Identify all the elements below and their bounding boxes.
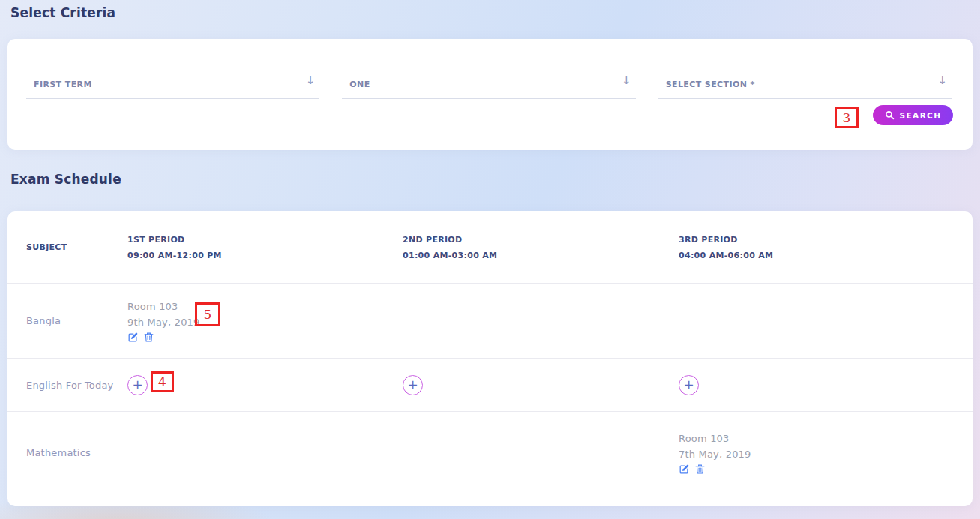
exam-entry-cell: Room 103 7th May, 2019 (679, 430, 954, 475)
criteria-fields-row: FIRST TERM ↓ ONE ↓ SELECT SECTION * ↓ (26, 76, 952, 99)
subject-name: Bangla (26, 315, 127, 326)
period-time: 09:00 AM-12:00 PM (127, 248, 403, 263)
term-select[interactable]: FIRST TERM ↓ (26, 76, 319, 99)
period-time: 01:00 AM-03:00 AM (403, 248, 679, 263)
annotation-number: 3 (843, 110, 851, 125)
annotation-box-5: 5 (195, 302, 220, 326)
dropdown-arrow-icon: ↓ (306, 74, 316, 87)
col-header-1st-period: 1ST PERIOD 09:00 AM-12:00 PM (127, 232, 403, 263)
exam-room: Room 103 (679, 430, 954, 446)
table-row-mathematics: Mathematics Room 103 7th May, 2019 (7, 411, 973, 494)
subject-name: Mathematics (26, 447, 127, 458)
exam-schedule-page: Select Criteria FIRST TERM ↓ ONE ↓ SELEC… (0, 0, 980, 519)
annotation-box-3: 3 (835, 106, 859, 128)
dropdown-arrow-icon: ↓ (622, 74, 631, 87)
add-exam-button-period3[interactable]: + (679, 375, 699, 395)
col-header-subject: SUBJECT (26, 239, 127, 255)
dropdown-arrow-icon: ↓ (937, 74, 947, 87)
exam-date: 7th May, 2019 (679, 446, 954, 462)
add-exam-button-period1[interactable]: + (127, 375, 148, 395)
entry-actions (127, 332, 403, 343)
exam-schedule-card: SUBJECT 1ST PERIOD 09:00 AM-12:00 PM 2ND… (7, 212, 973, 506)
class-select[interactable]: ONE ↓ (342, 76, 635, 99)
period-time: 04:00 AM-06:00 AM (679, 248, 954, 263)
search-button-label: SEARCH (900, 111, 942, 120)
exam-schedule-title: Exam Schedule (10, 172, 121, 187)
period-label: 1ST PERIOD (127, 232, 403, 248)
annotation-number: 5 (204, 307, 212, 322)
class-select-value: ONE (349, 80, 370, 89)
exam-date: 9th May, 2019 (127, 314, 403, 330)
select-criteria-card: FIRST TERM ↓ ONE ↓ SELECT SECTION * ↓ SE… (7, 39, 973, 150)
add-cell: + (679, 375, 954, 395)
exam-entry-cell: Room 103 9th May, 2019 (127, 298, 403, 343)
term-select-value: FIRST TERM (34, 80, 92, 89)
subject-name: English For Today (26, 380, 127, 391)
select-criteria-title: Select Criteria (10, 5, 115, 20)
annotation-number: 4 (158, 374, 166, 389)
entry-actions (679, 464, 954, 475)
col-header-2nd-period: 2ND PERIOD 01:00 AM-03:00 AM (403, 232, 679, 263)
edit-icon[interactable] (679, 464, 690, 475)
period-label: 2ND PERIOD (403, 232, 679, 248)
table-row-bangla: Bangla Room 103 9th May, 2019 (7, 283, 973, 358)
delete-icon[interactable] (144, 332, 154, 343)
exam-room: Room 103 (127, 298, 403, 314)
search-button[interactable]: SEARCH (873, 105, 953, 125)
schedule-header-row: SUBJECT 1ST PERIOD 09:00 AM-12:00 PM 2ND… (7, 212, 973, 283)
col-header-3rd-period: 3RD PERIOD 04:00 AM-06:00 AM (679, 232, 954, 263)
add-exam-button-period2[interactable]: + (403, 375, 423, 395)
section-select-placeholder: SELECT SECTION * (666, 80, 755, 89)
annotation-box-4: 4 (151, 371, 174, 392)
search-icon (885, 110, 895, 120)
period-label: 3RD PERIOD (679, 232, 954, 248)
edit-icon[interactable] (127, 332, 139, 343)
delete-icon[interactable] (695, 464, 705, 475)
section-select[interactable]: SELECT SECTION * ↓ (658, 76, 952, 99)
add-cell: + (403, 375, 679, 395)
